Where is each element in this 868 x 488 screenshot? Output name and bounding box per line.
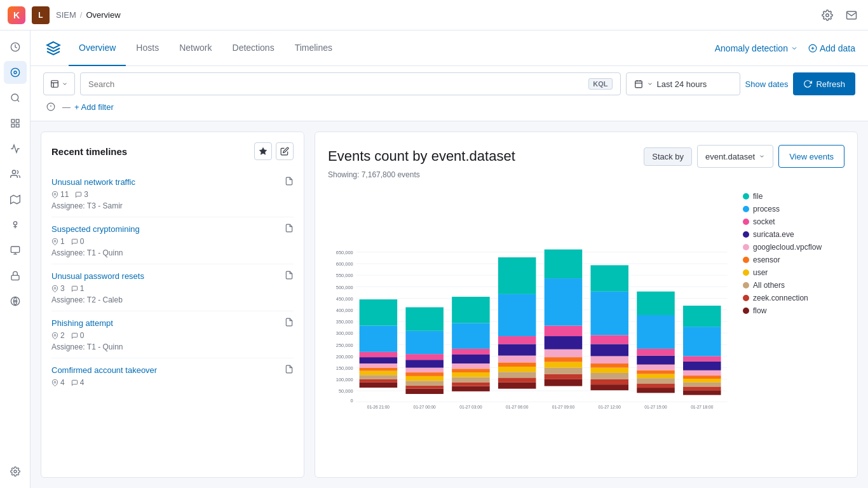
legend-dot: [743, 257, 749, 263]
svg-text:100,000: 100,000: [336, 377, 353, 383]
chart-svg: 650,000 600,000 550,000 500,000 450,000 …: [328, 187, 738, 464]
search-input[interactable]: [88, 79, 588, 89]
tab-hosts[interactable]: Hosts: [126, 30, 169, 66]
svg-text:50,000: 50,000: [339, 388, 353, 394]
tab-network[interactable]: Network: [169, 30, 222, 66]
timeline-item-title[interactable]: Unusual password resets: [51, 271, 144, 281]
svg-rect-81: [405, 386, 444, 389]
tab-overview[interactable]: Overview: [69, 30, 126, 66]
svg-rect-132: [590, 292, 628, 336]
svg-rect-106: [498, 362, 536, 367]
svg-rect-141: [637, 356, 675, 365]
legend-item: user: [743, 268, 844, 277]
timeline-item-open-icon[interactable]: [285, 365, 294, 376]
sidebar-item-security[interactable]: [4, 264, 27, 287]
timeline-item-title[interactable]: Unusual network traffic: [51, 177, 135, 187]
anomaly-detection-button[interactable]: Anomaly detection: [715, 43, 798, 53]
svg-text:01-27 12:00: 01-27 12:00: [599, 405, 621, 409]
legend-label: googlecloud.vpcflow: [753, 243, 822, 252]
add-filter-link[interactable]: + Add filter: [74, 102, 114, 112]
pin-count: 11: [51, 190, 69, 199]
sidebar-item-ml[interactable]: [4, 214, 27, 236]
svg-rect-104: [498, 372, 536, 377]
chart-svg-wrapper: 650,000 600,000 550,000 500,000 450,000 …: [328, 187, 738, 464]
svg-rect-105: [498, 367, 536, 372]
svg-rect-131: [590, 335, 628, 344]
svg-text:550,000: 550,000: [336, 273, 353, 278]
sidebar-item-apm[interactable]: [4, 239, 27, 262]
add-data-button[interactable]: Add data: [808, 43, 855, 53]
svg-rect-96: [452, 363, 490, 369]
sidebar-item-visualize[interactable]: [4, 112, 27, 135]
refresh-button[interactable]: Refresh: [793, 72, 855, 95]
svg-rect-82: [405, 381, 444, 385]
timeline-item-title[interactable]: Suspected cryptomining: [51, 224, 140, 234]
svg-rect-153: [683, 356, 721, 361]
svg-rect-107: [498, 356, 536, 363]
mail-icon[interactable]: [843, 6, 860, 24]
svg-marker-11: [10, 195, 20, 203]
svg-rect-100: [452, 297, 490, 323]
nav-actions: Anomaly detection Add data: [715, 43, 855, 53]
stack-by-label: Stack by: [644, 147, 692, 166]
show-dates-link[interactable]: Show dates: [745, 79, 789, 89]
user-avatar[interactable]: L: [32, 6, 50, 24]
svg-rect-155: [683, 306, 721, 327]
svg-rect-127: [590, 368, 628, 373]
sidebar-item-dashboard[interactable]: [4, 137, 27, 160]
view-events-button[interactable]: View events: [778, 145, 844, 168]
timeline-item-open-icon[interactable]: [285, 224, 294, 234]
svg-rect-97: [452, 355, 490, 363]
svg-text:0: 0: [351, 398, 353, 403]
sidebar-item-recent[interactable]: [4, 36, 27, 58]
timeline-item-open-icon[interactable]: [285, 177, 294, 187]
sidebar-item-overview[interactable]: [4, 61, 27, 84]
sidebar-item-infra[interactable]: [4, 290, 27, 313]
search-bar: KQL Last 24 hours Show dates Refresh —: [31, 66, 868, 121]
svg-line-5: [17, 100, 19, 102]
svg-rect-103: [498, 377, 536, 382]
svg-rect-146: [683, 390, 721, 395]
sidebar-item-discover[interactable]: [4, 86, 27, 109]
svg-rect-114: [545, 374, 583, 379]
timeline-item-open-icon[interactable]: [285, 318, 294, 329]
timelines-header: Recent timelines: [51, 142, 294, 160]
date-range-button[interactable]: Last 24 hours: [626, 72, 740, 95]
svg-rect-91: [452, 386, 490, 391]
svg-rect-110: [498, 294, 536, 336]
favorites-button[interactable]: [254, 142, 272, 160]
sidebar-item-canvas[interactable]: [4, 163, 27, 186]
svg-text:200,000: 200,000: [336, 354, 353, 360]
tab-detections[interactable]: Detections: [222, 30, 285, 66]
comment-count: 4: [71, 378, 85, 387]
chart-panel: Events count by event.dataset Stack by e…: [315, 132, 858, 478]
sidebar-item-maps[interactable]: [4, 188, 27, 211]
breadcrumb-parent[interactable]: SIEM: [56, 10, 76, 20]
tab-timelines[interactable]: Timelines: [285, 30, 342, 66]
breadcrumb-separator: /: [80, 10, 83, 20]
list-item: Unusual password resets 3 1 Assignee: T2…: [51, 264, 294, 311]
sidebar-item-settings[interactable]: [4, 460, 27, 483]
app-logo[interactable]: K: [8, 6, 25, 24]
svg-rect-83: [405, 376, 444, 381]
svg-rect-73: [360, 368, 398, 371]
settings-icon[interactable]: [818, 6, 836, 24]
svg-rect-119: [545, 336, 583, 349]
svg-text:650,000: 650,000: [336, 250, 353, 255]
svg-rect-93: [452, 377, 490, 383]
filter-options-icon[interactable]: [43, 99, 58, 114]
new-timeline-button[interactable]: [276, 142, 294, 160]
svg-rect-142: [637, 349, 675, 356]
topbar: K L SIEM / Overview: [0, 0, 868, 30]
legend-label: process: [753, 205, 780, 214]
timeline-item-title[interactable]: Phishing attempt: [51, 318, 113, 328]
timeline-item-open-icon[interactable]: [285, 271, 294, 281]
svg-rect-136: [637, 383, 675, 388]
svg-point-20: [11, 297, 19, 305]
stack-by-select[interactable]: event.dataset: [697, 145, 773, 168]
svg-point-40: [54, 381, 56, 383]
timeline-item-title[interactable]: Comfirmed account takeover: [51, 365, 157, 375]
search-input-wrap[interactable]: KQL: [80, 72, 621, 95]
timeline-assignee: Assignee: T1 - Quinn: [51, 248, 294, 257]
search-type-button[interactable]: [43, 72, 75, 95]
